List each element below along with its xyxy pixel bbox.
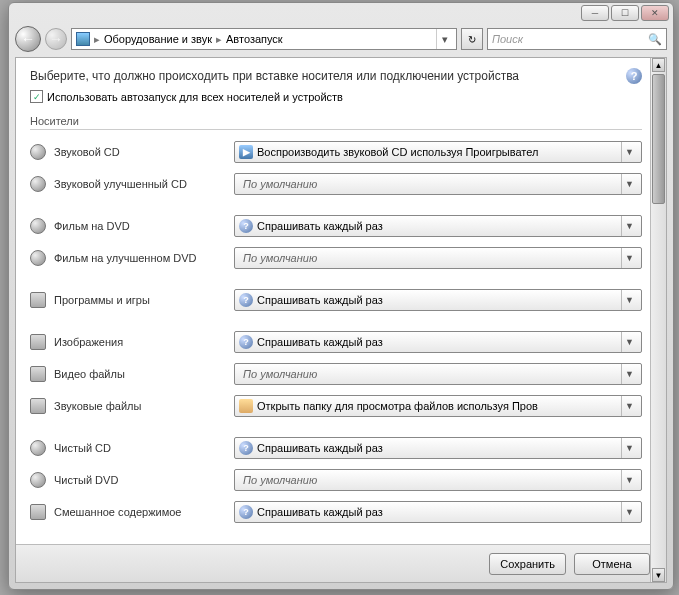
row-label: Изображения (54, 336, 234, 348)
row-label: Фильм на улучшенном DVD (54, 252, 234, 264)
scrollbar[interactable]: ▲ ▼ (650, 58, 666, 582)
save-label: Сохранить (500, 558, 555, 570)
back-button[interactable]: ← (15, 26, 41, 52)
row-label: Программы и игры (54, 294, 234, 306)
combo-value: По умолчанию (243, 474, 617, 486)
row-label: Чистый DVD (54, 474, 234, 486)
minimize-button[interactable]: ─ (581, 5, 609, 21)
cancel-button[interactable]: Отмена (574, 553, 650, 575)
scroll-up-button[interactable]: ▲ (652, 58, 665, 72)
row-enhanced-audio-cd: Звуковой улучшенный CD По умолчанию ▼ (30, 172, 642, 196)
combo-mixed[interactable]: ? Спрашивать каждый раз ▼ (234, 501, 642, 523)
dvd-icon (30, 218, 46, 234)
combo-value: Воспроизводить звуковой CD используя Про… (257, 146, 617, 158)
chevron-down-icon: ▼ (621, 502, 637, 522)
breadcrumb-sep-icon: ▸ (216, 33, 222, 46)
combo-blank-cd[interactable]: ? Спрашивать каждый раз ▼ (234, 437, 642, 459)
footer: Сохранить Отмена (16, 544, 666, 582)
maximize-button[interactable]: ☐ (611, 5, 639, 21)
combo-audio-files[interactable]: Открыть папку для просмотра файлов испол… (234, 395, 642, 417)
dvd-icon (30, 472, 46, 488)
chevron-down-icon: ▼ (621, 332, 637, 352)
scroll-down-button[interactable]: ▼ (652, 568, 665, 582)
combo-dvd-movie[interactable]: ? Спрашивать каждый раз ▼ (234, 215, 642, 237)
row-audio-files: Звуковые файлы Открыть папку для просмот… (30, 394, 642, 418)
row-dvd-movie: Фильм на DVD ? Спрашивать каждый раз ▼ (30, 214, 642, 238)
use-autoplay-checkbox-row: ✓ Использовать автозапуск для всех носит… (30, 90, 642, 103)
use-autoplay-label: Использовать автозапуск для всех носител… (47, 91, 343, 103)
chevron-down-icon: ▼ (621, 142, 637, 162)
combo-value: Спрашивать каждый раз (257, 220, 617, 232)
breadcrumb-sep-icon: ▸ (94, 33, 100, 46)
cancel-label: Отмена (592, 558, 631, 570)
autoplay-window: ─ ☐ ✕ ← → ▸ Оборудование и звук ▸ Автоза… (8, 2, 674, 590)
save-button[interactable]: Сохранить (489, 553, 566, 575)
use-autoplay-checkbox[interactable]: ✓ (30, 90, 43, 103)
titlebar: ─ ☐ ✕ (9, 3, 673, 23)
question-icon: ? (239, 293, 253, 307)
scroll-thumb[interactable] (652, 74, 665, 204)
cd-icon (30, 440, 46, 456)
combo-video[interactable]: По умолчанию ▼ (234, 363, 642, 385)
row-label: Видео файлы (54, 368, 234, 380)
question-icon: ? (239, 219, 253, 233)
question-icon: ? (239, 335, 253, 349)
question-icon: ? (239, 505, 253, 519)
combo-value: Спрашивать каждый раз (257, 294, 617, 306)
chevron-down-icon: ▼ (621, 470, 637, 490)
combo-enhanced-audio-cd[interactable]: По умолчанию ▼ (234, 173, 642, 195)
address-dropdown-icon[interactable]: ▾ (436, 29, 452, 49)
combo-blank-dvd[interactable]: По умолчанию ▼ (234, 469, 642, 491)
search-icon: 🔍 (648, 33, 662, 46)
combo-value: По умолчанию (243, 368, 617, 380)
row-audio-cd: Звуковой CD ▶ Воспроизводить звуковой CD… (30, 140, 642, 164)
breadcrumb-2[interactable]: Автозапуск (226, 33, 283, 45)
breadcrumb-1[interactable]: Оборудование и звук (104, 33, 212, 45)
combo-enhanced-dvd[interactable]: По умолчанию ▼ (234, 247, 642, 269)
row-blank-dvd: Чистый DVD По умолчанию ▼ (30, 468, 642, 492)
combo-value: Открыть папку для просмотра файлов испол… (257, 400, 617, 412)
client-area: Выберите, что должно происходить при вст… (15, 57, 667, 583)
cd-icon (30, 144, 46, 160)
page-heading-row: Выберите, что должно происходить при вст… (30, 68, 642, 84)
chevron-down-icon: ▼ (621, 396, 637, 416)
row-label: Звуковой CD (54, 146, 234, 158)
row-video: Видео файлы По умолчанию ▼ (30, 362, 642, 386)
combo-value: Спрашивать каждый раз (257, 506, 617, 518)
refresh-button[interactable]: ↻ (461, 28, 483, 50)
navbar: ← → ▸ Оборудование и звук ▸ Автозапуск ▾… (9, 23, 673, 55)
combo-value: По умолчанию (243, 178, 617, 190)
location-icon (76, 32, 90, 46)
mixed-icon (30, 504, 46, 520)
row-label: Фильм на DVD (54, 220, 234, 232)
combo-pictures[interactable]: ? Спрашивать каждый раз ▼ (234, 331, 642, 353)
cd-icon (30, 176, 46, 192)
chevron-down-icon: ▼ (621, 216, 637, 236)
question-icon: ? (239, 441, 253, 455)
close-button[interactable]: ✕ (641, 5, 669, 21)
row-enhanced-dvd: Фильм на улучшенном DVD По умолчанию ▼ (30, 246, 642, 270)
row-label: Смешанное содержимое (54, 506, 234, 518)
video-icon (30, 366, 46, 382)
combo-value: Спрашивать каждый раз (257, 442, 617, 454)
combo-software[interactable]: ? Спрашивать каждый раз ▼ (234, 289, 642, 311)
dvd-icon (30, 250, 46, 266)
page-heading: Выберите, что должно происходить при вст… (30, 69, 519, 83)
address-bar[interactable]: ▸ Оборудование и звук ▸ Автозапуск ▾ (71, 28, 457, 50)
row-label: Чистый CD (54, 442, 234, 454)
pictures-icon (30, 334, 46, 350)
chevron-down-icon: ▼ (621, 438, 637, 458)
chevron-down-icon: ▼ (621, 364, 637, 384)
combo-value: Спрашивать каждый раз (257, 336, 617, 348)
media-section-label: Носители (30, 115, 642, 130)
combo-value: По умолчанию (243, 252, 617, 264)
chevron-down-icon: ▼ (621, 174, 637, 194)
combo-audio-cd[interactable]: ▶ Воспроизводить звуковой CD используя П… (234, 141, 642, 163)
help-icon[interactable]: ? (626, 68, 642, 84)
row-label: Звуковые файлы (54, 400, 234, 412)
forward-button[interactable]: → (45, 28, 67, 50)
software-icon (30, 292, 46, 308)
folder-icon (239, 399, 253, 413)
chevron-down-icon: ▼ (621, 248, 637, 268)
search-input[interactable]: Поиск 🔍 (487, 28, 667, 50)
